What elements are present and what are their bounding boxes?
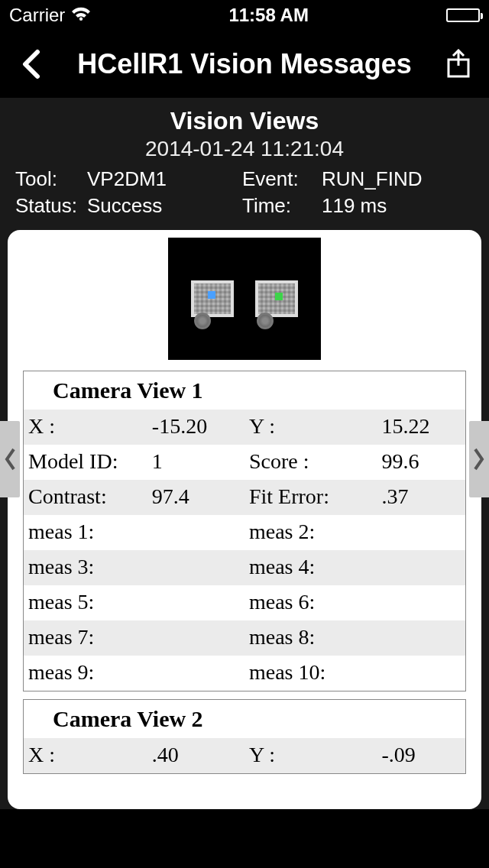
cell-value [377, 656, 465, 691]
wifi-icon [71, 5, 91, 26]
data-grid: X :.40Y :-.09 [24, 738, 465, 773]
time-label: Time: [242, 193, 319, 219]
cell-label: meas 5: [24, 585, 147, 620]
cell-label: Y : [244, 410, 377, 445]
nav-bar: HCellR1 Vision Messages [0, 31, 489, 98]
camera-view-table: Camera View 1X :-15.20Y :15.22Model ID:1… [23, 371, 466, 691]
time-value: 119 ms [322, 193, 474, 219]
share-button[interactable] [442, 47, 475, 81]
cell-label: Model ID: [24, 445, 147, 480]
cell-label: meas 6: [244, 585, 377, 620]
cell-label: Fit Error: [244, 480, 377, 515]
cell-value: -.09 [377, 738, 465, 773]
cell-value: .40 [147, 738, 244, 773]
battery-icon [446, 8, 480, 22]
cell-value [147, 585, 244, 620]
cell-value: 15.22 [377, 410, 465, 445]
next-page-button[interactable] [469, 421, 489, 497]
tool-value: VP2DM1 [87, 166, 239, 193]
camera-view-table: Camera View 2X :.40Y :-.09 [23, 699, 466, 774]
cell-value [377, 585, 465, 620]
back-button[interactable] [14, 47, 47, 81]
cell-label: meas 2: [244, 515, 377, 550]
carrier-text: Carrier [9, 5, 65, 26]
cell-value: .37 [377, 480, 465, 515]
cell-label: Y : [244, 738, 377, 773]
cell-label: Contrast: [24, 480, 147, 515]
status-bar: Carrier 11:58 AM [0, 0, 489, 31]
cell-value: 97.4 [147, 480, 244, 515]
page-title: HCellR1 Vision Messages [47, 48, 442, 80]
content-card: Camera View 1X :-15.20Y :15.22Model ID:1… [8, 230, 481, 809]
cell-value [377, 550, 465, 585]
cell-label: meas 8: [244, 620, 377, 656]
event-label: Event: [242, 166, 319, 193]
event-value: RUN_FIND [322, 166, 474, 193]
cell-value [377, 620, 465, 656]
cell-label: meas 7: [24, 620, 147, 656]
cell-value: 99.6 [377, 445, 465, 480]
cell-label: X : [24, 738, 147, 773]
camera-preview-image [168, 238, 321, 360]
cell-value: -15.20 [147, 410, 244, 445]
status-label: Status: [15, 193, 84, 219]
cell-value [147, 620, 244, 656]
table-title: Camera View 1 [24, 371, 465, 410]
tool-label: Tool: [15, 166, 84, 193]
header-timestamp: 2014-01-24 11:21:04 [15, 137, 474, 161]
cell-label: meas 3: [24, 550, 147, 585]
cell-label: meas 1: [24, 515, 147, 550]
cell-value [377, 515, 465, 550]
table-title: Camera View 2 [24, 700, 465, 738]
cell-label: meas 9: [24, 656, 147, 691]
cell-value [147, 550, 244, 585]
cell-value: 1 [147, 445, 244, 480]
status-value: Success [87, 193, 239, 219]
bottom-bar [0, 809, 489, 868]
content-area: Camera View 1X :-15.20Y :15.22Model ID:1… [0, 230, 489, 809]
header-title: Vision Views [15, 107, 474, 135]
cell-value [147, 656, 244, 691]
data-grid: X :-15.20Y :15.22Model ID:1Score :99.6Co… [24, 410, 465, 691]
cell-label: Score : [244, 445, 377, 480]
status-time: 11:58 AM [228, 5, 308, 26]
cell-label: X : [24, 410, 147, 445]
cell-label: meas 10: [244, 656, 377, 691]
prev-page-button[interactable] [0, 421, 20, 497]
cell-label: meas 4: [244, 550, 377, 585]
header-panel: Vision Views 2014-01-24 11:21:04 Tool: V… [0, 98, 489, 230]
cell-value [147, 515, 244, 550]
